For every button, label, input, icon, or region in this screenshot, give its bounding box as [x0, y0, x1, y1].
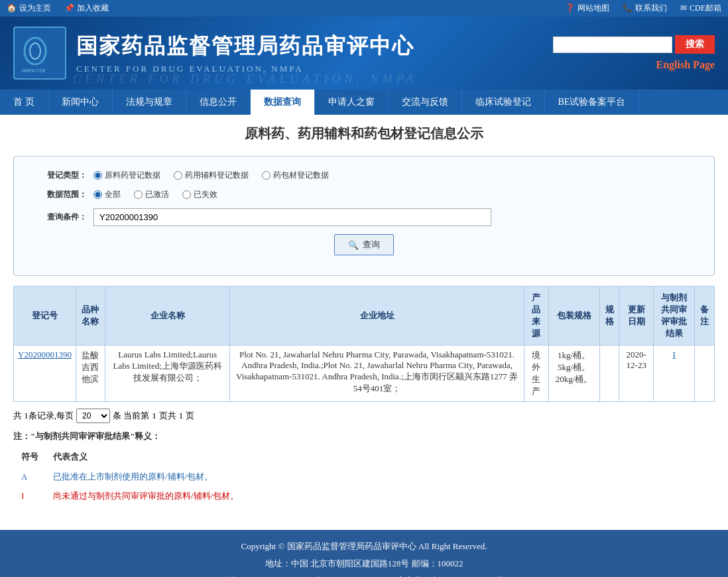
col-spec: 规格 [599, 287, 619, 346]
search-form: 登记类型： 原料药登记数据 药用辅料登记数据 药包材登记数据 数据范围： [13, 156, 715, 276]
cell-company-name: Laurus Labs Limited;Laurus Labs Limited;… [105, 346, 229, 402]
email-label: CDE邮箱 [690, 3, 721, 14]
radio-raw[interactable]: 原料药登记数据 [93, 170, 160, 181]
notes-header: 符号 代表含义 [15, 448, 245, 466]
english-page-link[interactable]: English Page [656, 59, 715, 71]
query-submit-button[interactable]: 🔍 查询 [334, 234, 394, 255]
cell-joint-review[interactable]: I [654, 346, 695, 402]
logo: NMPA CDE [13, 27, 66, 80]
radio-inactive-input[interactable] [182, 190, 191, 199]
top-bar-right: ❓ 网站地图 📞 联系我们 ✉ CDE邮箱 [565, 3, 721, 14]
radio-raw-label: 原料药登记数据 [105, 170, 160, 181]
query-label: 查询条件： [34, 212, 87, 223]
col-origin: 产品来源 [524, 287, 548, 346]
header-search-button[interactable]: 搜索 [675, 35, 715, 54]
table-row: Y20200001390盐酸吉西他滨Laurus Labs Limited;La… [14, 346, 715, 402]
cell-reg-no[interactable]: Y20200001390 [14, 346, 76, 402]
header-right: 搜索 English Page [553, 35, 715, 71]
notes-title: 注："与制剂共同审评审批结果"释义： [13, 428, 715, 444]
pagination-text-middle: 条 当前第 [113, 410, 149, 422]
data-range-row: 数据范围： 全部 已激活 已失效 [34, 189, 694, 200]
header-left: NMPA CDE 国家药品监督管理局药品审评中心 CENTER FOR DRUG… [13, 27, 414, 80]
pagination: 共 1条记录,每页 102050100 条 当前第 1 页共 1 页 [13, 409, 715, 423]
main-content: 原料药、药用辅料和药包材登记信息公示 登记类型： 原料药登记数据 药用辅料登记数… [0, 115, 728, 517]
reg-type-row: 登记类型： 原料药登记数据 药用辅料登记数据 药包材登记数据 [34, 170, 694, 181]
nav-home[interactable]: 首 页 [0, 90, 48, 115]
pagination-text-end: 页 [186, 410, 194, 422]
bookmark-link[interactable]: 📌 加入收藏 [64, 3, 109, 14]
header: NMPA CDE 国家药品监督管理局药品审评中心 CENTER FOR DRUG… [0, 17, 728, 90]
sitemap-link[interactable]: ❓ 网站地图 [565, 3, 609, 14]
contact-label: 联系我们 [635, 3, 667, 14]
cell-remark [695, 346, 715, 402]
contact-link[interactable]: 📞 联系我们 [623, 3, 667, 14]
nav-be[interactable]: BE试验备案平台 [545, 90, 640, 115]
query-row: 查询条件： [34, 208, 694, 226]
nav-law[interactable]: 法规与规章 [113, 90, 186, 115]
nav-data[interactable]: 数据查询 [251, 90, 315, 115]
set-home-label: 设为主页 [19, 3, 51, 14]
nav-info[interactable]: 信息公开 [186, 90, 251, 115]
site-name-zh: 国家药品监督管理局药品审评中心 [76, 32, 414, 61]
radio-inactive-label: 已失效 [194, 189, 217, 200]
per-page-select[interactable]: 102050100 [76, 409, 110, 423]
col-remark: 备注 [695, 287, 715, 346]
cell-pack-spec: 1kg/桶。5kg/桶。20kg/桶。 [548, 346, 599, 402]
query-button-area: 🔍 查询 [34, 234, 694, 255]
bookmark-label: 加入收藏 [77, 3, 109, 14]
notes-section: 注："与制剂共同审评审批结果"释义： 符号 代表含义 A 已批准在上市制剂使用的… [13, 428, 715, 507]
email-link[interactable]: ✉ CDE邮箱 [680, 3, 721, 14]
notes-col-symbol: 符号 [15, 448, 45, 466]
radio-packaging-input[interactable] [262, 171, 271, 180]
col-pack-spec: 包装规格 [548, 287, 599, 346]
note-symbol-a: A [15, 468, 45, 485]
note-symbol-i: I [15, 487, 45, 505]
data-range-label: 数据范围： [34, 189, 87, 200]
col-update-date: 更新日期 [619, 287, 654, 346]
radio-inactive[interactable]: 已失效 [182, 189, 217, 200]
footer-tel: 总机：8610-68585566 传真：8610-68584189 备案序号：京… [8, 572, 720, 577]
header-search-input[interactable] [553, 36, 672, 53]
sitemap-label: 网站地图 [577, 3, 609, 14]
reg-type-options: 原料药登记数据 药用辅料登记数据 药包材登记数据 [93, 170, 329, 181]
query-btn-label: 查询 [363, 239, 380, 251]
nav-news[interactable]: 新闻中心 [48, 90, 113, 115]
note-row-a: A 已批准在上市制剂使用的原料/辅料/包材。 [15, 468, 245, 485]
cell-product-name: 盐酸吉西他滨 [76, 346, 105, 402]
email-icon: ✉ [680, 3, 687, 13]
radio-active-label: 已激活 [145, 189, 169, 200]
footer-address: 地址：中国 北京市朝阳区建国路128号 邮编：100022 [8, 555, 720, 572]
cell-origin: 境外生产 [524, 346, 548, 402]
cell-update-date: 2020-12-23 [619, 346, 654, 402]
radio-all-input[interactable] [93, 190, 102, 199]
nav-applicant[interactable]: 申请人之窗 [315, 90, 389, 115]
radio-active-input[interactable] [134, 190, 143, 199]
radio-active[interactable]: 已激活 [134, 189, 169, 200]
reg-type-label: 登记类型： [34, 170, 87, 181]
phone-icon: 📞 [623, 3, 633, 13]
radio-packaging-label: 药包材登记数据 [273, 170, 329, 181]
radio-excipient-input[interactable] [174, 171, 182, 180]
col-product-name: 品种名称 [76, 287, 105, 346]
total-pages: 1 [179, 411, 184, 421]
bookmark-icon: 📌 [64, 3, 74, 13]
nav-exchange[interactable]: 交流与反馈 [389, 90, 462, 115]
radio-packaging[interactable]: 药包材登记数据 [262, 170, 329, 181]
query-input[interactable] [93, 208, 491, 226]
site-title: 国家药品监督管理局药品审评中心 CENTER FOR DRUG EVALUATI… [76, 32, 414, 74]
radio-excipient[interactable]: 药用辅料登记数据 [174, 170, 249, 181]
sitemap-icon: ❓ [565, 3, 575, 13]
page-title: 原料药、药用辅料和药包材登记信息公示 [13, 125, 715, 143]
radio-raw-input[interactable] [93, 171, 102, 180]
radio-all-label: 全部 [105, 189, 121, 200]
top-bar: 🏠 设为主页 📌 加入收藏 ❓ 网站地图 📞 联系我们 ✉ CDE邮箱 [0, 0, 728, 17]
radio-excipient-label: 药用辅料登记数据 [185, 170, 249, 181]
pagination-text-pages: 页共 [159, 410, 176, 422]
col-joint-review: 与制剂共同审评审批结果 [654, 287, 695, 346]
search-box: 搜索 [553, 35, 715, 54]
home-icon: 🏠 [7, 3, 17, 13]
nav-trial[interactable]: 临床试验登记 [462, 90, 545, 115]
set-home-link[interactable]: 🏠 设为主页 [7, 3, 51, 14]
col-reg-no: 登记号 [14, 287, 76, 346]
radio-all[interactable]: 全部 [93, 189, 121, 200]
